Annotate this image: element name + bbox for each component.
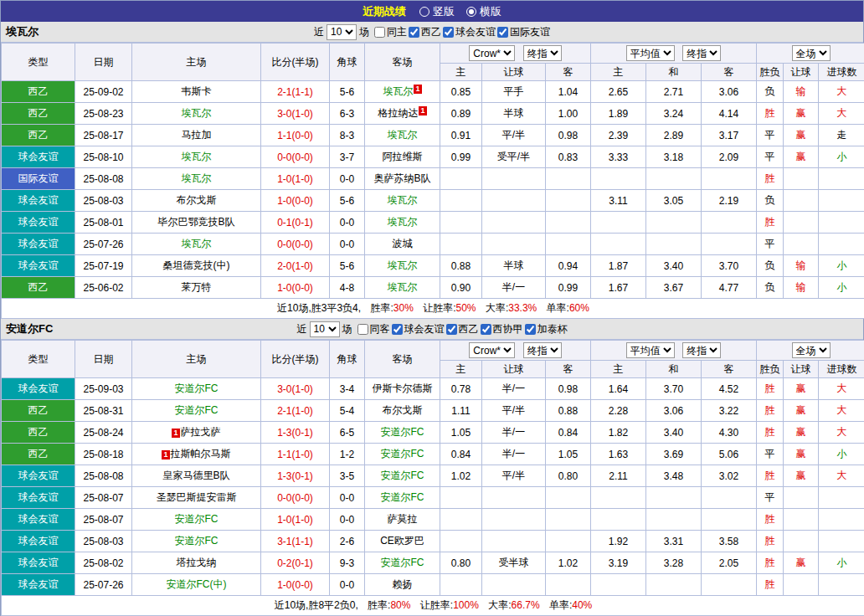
goals-result-cell	[819, 168, 864, 190]
competition-checkbox-input[interactable]	[443, 27, 454, 38]
filter-games-label: 场	[342, 322, 352, 336]
away-team-cell: 埃瓦尔	[365, 255, 440, 277]
competition-checkbox-input[interactable]	[446, 324, 457, 335]
sub-away2: 客	[702, 64, 757, 81]
fulltime-select[interactable]: 全场	[792, 45, 831, 61]
handicap-odds-home	[440, 168, 482, 190]
recent-count-select[interactable]: 10	[310, 321, 340, 337]
match-date: 25-08-03	[75, 190, 132, 212]
odds-stage-select-1[interactable]: 终指	[523, 45, 562, 61]
radio-icon[interactable]	[419, 7, 429, 17]
handicap-line	[482, 234, 546, 255]
col-home: 主场	[132, 341, 261, 378]
competition-checkbox-input[interactable]	[481, 324, 491, 335]
match-date: 25-08-07	[75, 487, 132, 509]
same-venue-checkbox-input[interactable]	[357, 324, 368, 335]
home-team-cell: 韦斯卡	[132, 81, 261, 103]
sub-draw: 和	[646, 361, 702, 378]
avg-odds-home: 1.87	[591, 255, 646, 277]
odds-stage-select-2[interactable]: 终指	[682, 342, 721, 358]
competition-checkbox-input[interactable]	[525, 324, 536, 335]
result-cell: 平	[757, 444, 784, 465]
handicap-line: 平/半	[482, 465, 546, 487]
away-team-cell: 阿拉维斯	[365, 146, 440, 168]
team-name: 埃瓦尔	[6, 24, 39, 39]
competition-checkbox[interactable]: 西乙	[446, 322, 479, 336]
goals-result-cell: 大	[819, 465, 864, 487]
corners-cell: 6-5	[330, 422, 365, 444]
fulltime-cell: 全场	[757, 341, 864, 361]
home-team-cell: 毕尔巴鄂竞技B队	[132, 212, 261, 234]
goals-result-cell	[819, 487, 864, 509]
col-handicap-result: 让球	[784, 64, 819, 81]
away-team-name: 伊斯卡尔德斯	[373, 382, 433, 394]
avg-odds-away: 3.06	[702, 81, 757, 103]
corners-cell: 0-0	[330, 212, 365, 234]
same-venue-checkbox[interactable]: 同客	[357, 322, 390, 336]
competition-checkbox-input[interactable]	[497, 27, 508, 38]
radio-icon[interactable]	[466, 7, 476, 17]
competition-checkbox[interactable]: 球会友谊	[443, 25, 496, 39]
layout-radio-option[interactable]: 竖版	[419, 4, 455, 19]
handicap-odds-home: 0.88	[440, 255, 482, 277]
home-team-cell: 安道尔FC(中)	[132, 574, 261, 596]
match-row: 西乙 25-08-24 1萨拉戈萨 1-3(0-1) 6-5 安道尔FC 1.0…	[2, 422, 864, 444]
avg-odds-home	[591, 212, 646, 234]
home-team-cell: 埃瓦尔	[132, 103, 261, 125]
handicap-line: 平/半	[482, 125, 546, 146]
handicap-odds-home: 0.90	[440, 277, 482, 299]
recent-results-page: 近期战绩 竖版 横版 埃瓦尔 近 10 场 同主	[0, 0, 864, 616]
stat-value: 66.7%	[512, 599, 540, 611]
competition-checkbox[interactable]: 加泰杯	[525, 322, 568, 336]
competition-checkbox[interactable]: 国际友谊	[497, 25, 550, 39]
bookmaker-select[interactable]: Crow*	[469, 45, 515, 61]
match-row: 西乙 25-08-18 1拉斯帕尔马斯 1-1(1-0) 1-2 安道尔FC 0…	[2, 444, 864, 465]
match-type-badge: 西乙	[2, 444, 75, 465]
stat-value: 80%	[390, 599, 410, 611]
competition-checkbox-input[interactable]	[392, 324, 403, 335]
bookmaker-select[interactable]: Crow*	[469, 342, 515, 358]
corners-cell: 5-4	[330, 400, 365, 422]
same-venue-checkbox[interactable]: 同主	[374, 25, 407, 39]
layout-radio-label: 横版	[480, 4, 501, 19]
away-team-cell: 埃瓦尔	[365, 277, 440, 299]
filter-recent-label: 近	[314, 25, 324, 39]
match-date: 25-09-02	[75, 81, 132, 103]
avg-odds-away: 2.19	[702, 190, 757, 212]
competition-checkbox-input[interactable]	[409, 27, 419, 38]
avg-odds-select[interactable]: 平均值	[626, 342, 675, 358]
handicap-odds-away	[546, 509, 591, 531]
match-type-badge: 球会友谊	[2, 146, 75, 168]
handicap-odds-home: 1.11	[440, 400, 482, 422]
same-venue-checkbox-input[interactable]	[374, 27, 385, 38]
competition-checkbox[interactable]: 西协甲	[481, 322, 523, 336]
fulltime-select[interactable]: 全场	[792, 342, 831, 358]
competition-checkbox[interactable]: 西乙	[409, 25, 441, 39]
match-row: 球会友谊 25-07-19 桑坦德竞技(中) 2-0(1-0) 5-6 埃瓦尔 …	[2, 255, 864, 277]
match-date: 25-09-03	[75, 378, 132, 400]
handicap-result-cell: 赢	[784, 125, 819, 146]
corners-cell: 1-2	[330, 444, 365, 465]
score-cell: 0-0(0-0)	[261, 487, 330, 509]
avg-odds-draw: 3.48	[646, 465, 702, 487]
odds-stage-select-2[interactable]: 终指	[682, 45, 721, 61]
avg-odds-home: 1.82	[591, 422, 646, 444]
home-team-name: 韦斯卡	[182, 85, 212, 97]
recent-count-select[interactable]: 10	[327, 24, 357, 40]
match-date: 25-08-08	[75, 168, 132, 190]
summary-stats: 胜率:80% 让胜率:100% 大率:66.7% 单率:40%	[361, 599, 592, 611]
home-team-cell: 安道尔FC	[132, 509, 261, 531]
score-cell: 3-0(1-0)	[261, 103, 330, 125]
avg-odds-select[interactable]: 平均值	[626, 45, 675, 61]
away-team-name: 安道尔FC	[381, 491, 424, 503]
competition-checkbox[interactable]: 球会友谊	[392, 322, 445, 336]
away-team-name: 埃瓦尔	[388, 259, 418, 271]
score-cell: 3-0(1-0)	[261, 378, 330, 400]
stat-value: 60%	[569, 302, 589, 314]
layout-radio-option[interactable]: 横版	[466, 4, 501, 19]
odds-stage-select-1[interactable]: 终指	[523, 342, 562, 358]
red-card-badge: 1	[414, 85, 421, 94]
col-result: 胜负	[757, 361, 784, 378]
handicap-odds-home	[440, 574, 482, 596]
corners-cell: 5-6	[330, 81, 365, 103]
